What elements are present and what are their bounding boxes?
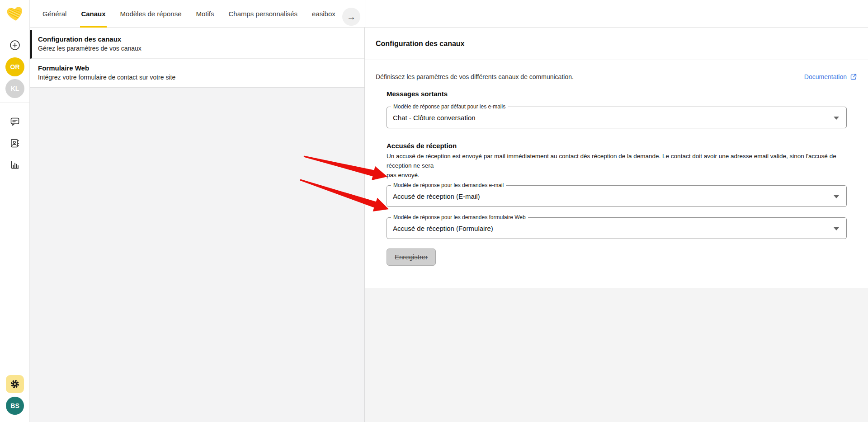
subnav-item-configuration-des-canaux[interactable]: Configuration des canaux Gérez les param… — [30, 30, 364, 59]
app-window: OR KL — [0, 0, 868, 422]
chevron-down-icon — [834, 195, 839, 198]
plus-circle-icon — [9, 40, 20, 51]
chevron-down-icon — [834, 117, 839, 120]
section-title-accuses-reception: Accusés de réception — [387, 142, 847, 150]
subnav-item-subtitle: Intégrez votre formulaire de contact sur… — [38, 74, 355, 81]
form-sections: Messages sortants Modèle de réponse par … — [387, 90, 847, 288]
select-value: Chat - Clôture conversation — [393, 114, 476, 122]
heart-icon — [5, 5, 24, 23]
add-button[interactable] — [9, 39, 21, 51]
workspace-avatar-kl[interactable]: KL — [5, 79, 24, 98]
avatar-initials: OR — [10, 63, 20, 70]
main-content: Configuration des canaux Définissez les … — [365, 28, 868, 422]
chevron-down-icon — [834, 227, 839, 230]
tab-canaux[interactable]: Canaux — [81, 0, 105, 28]
gear-icon — [10, 379, 20, 389]
tab-general[interactable]: Général — [42, 0, 66, 28]
sidebar-item-contacts[interactable] — [9, 137, 21, 149]
documentation-link[interactable]: Documentation — [804, 73, 857, 80]
documentation-link-label: Documentation — [804, 73, 847, 80]
avatar-initials: BS — [10, 402, 19, 409]
icon-sidebar: OR KL — [0, 0, 30, 422]
chat-icon — [9, 116, 20, 127]
sidebar-item-statistics[interactable] — [9, 159, 21, 171]
description-line: pas envoyé. — [387, 170, 847, 180]
channels-subnav-panel: Configuration des canaux Gérez les param… — [30, 28, 365, 422]
section-title-messages-sortants: Messages sortants — [387, 90, 847, 98]
avatar-initials: KL — [11, 85, 19, 92]
tab-modeles-de-reponse[interactable]: Modèles de réponse — [120, 0, 182, 28]
settings-topbar: Général Canaux Modèles de réponse Motifs… — [30, 0, 868, 28]
save-button[interactable]: Enregistrer — [387, 249, 436, 266]
topbar-divider — [365, 0, 365, 28]
subnav-item-title: Formulaire Web — [38, 64, 355, 72]
subnav-list: Configuration des canaux Gérez les param… — [30, 28, 364, 88]
select-value: Accusé de réception (Formulaire) — [393, 225, 493, 232]
intro-text: Définissez les paramètres de vos différe… — [376, 73, 574, 80]
intro-row: Définissez les paramètres de vos différe… — [376, 60, 857, 80]
select-modele-demandes-email[interactable]: Modèle de réponse pour les demandes e-ma… — [387, 185, 847, 207]
easiware-heart-logo — [5, 5, 24, 23]
workspace-avatar-or[interactable]: OR — [5, 57, 24, 76]
settings-tabs: Général Canaux Modèles de réponse Motifs… — [42, 0, 335, 28]
sidebar-item-settings[interactable] — [6, 375, 24, 393]
subnav-item-subtitle: Gérez les paramètres de vos canaux — [38, 45, 355, 52]
subnav-item-formulaire-web[interactable]: Formulaire Web Intégrez votre formulaire… — [30, 59, 364, 87]
external-link-icon — [850, 73, 857, 80]
subnav-item-title: Configuration des canaux — [38, 35, 355, 43]
select-label: Modèle de réponse par défaut pour les e-… — [391, 103, 508, 110]
sidebar-divider — [0, 103, 30, 103]
select-label: Modèle de réponse pour les demandes form… — [391, 214, 528, 220]
sidebar-item-conversations[interactable] — [9, 116, 21, 127]
select-modele-demandes-formulaire[interactable]: Modèle de réponse pour les demandes form… — [387, 217, 847, 239]
tab-easibox[interactable]: easibox — [312, 0, 335, 28]
main-header: Configuration des canaux — [365, 28, 868, 60]
right-arrow-icon: → — [347, 12, 356, 22]
tab-champs-personnalises[interactable]: Champs personnalisés — [229, 0, 298, 28]
select-modele-defaut-emails[interactable]: Modèle de réponse par défaut pour les e-… — [387, 107, 847, 128]
tab-motifs[interactable]: Motifs — [196, 0, 214, 28]
select-value: Accusé de réception (E-mail) — [393, 192, 480, 200]
select-label: Modèle de réponse pour les demandes e-ma… — [391, 182, 506, 188]
accuses-description: Un accusé de réception est envoyé par ma… — [387, 151, 847, 180]
user-avatar-bs[interactable]: BS — [6, 397, 24, 415]
tabs-scroll-forward-button[interactable]: → — [342, 8, 360, 26]
description-line: Un accusé de réception est envoyé par ma… — [387, 151, 847, 170]
bar-chart-icon — [9, 159, 20, 170]
channels-config-form: Définissez les paramètres de vos différe… — [365, 60, 868, 288]
contacts-icon — [9, 138, 20, 149]
page-title: Configuration des canaux — [376, 40, 464, 48]
